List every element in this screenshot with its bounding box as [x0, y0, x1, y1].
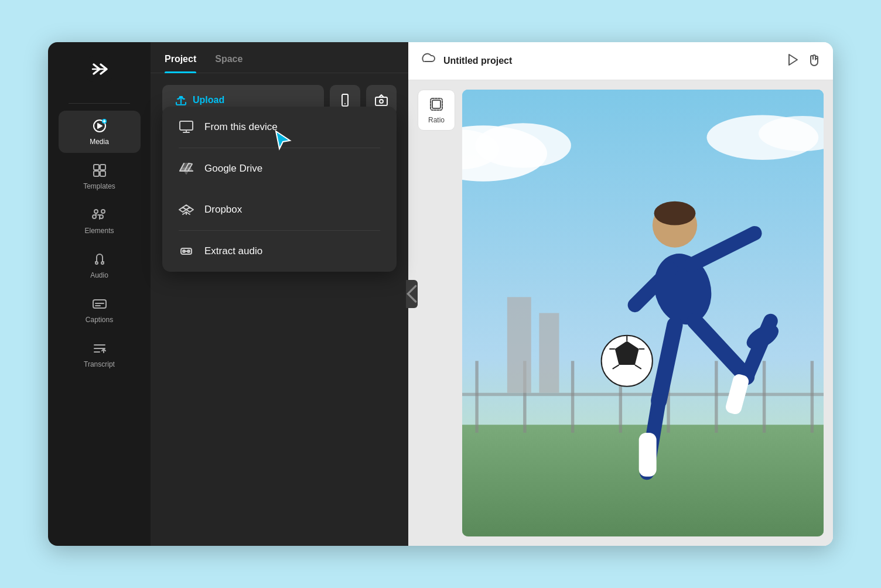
dropdown-item-extract-audio[interactable]: Extract audio: [162, 231, 397, 272]
sidebar-item-templates[interactable]: Templates: [59, 155, 141, 197]
panel-collapse-button[interactable]: [406, 280, 418, 308]
svg-rect-40: [475, 361, 478, 433]
sidebar-item-audio[interactable]: Audio: [59, 244, 141, 286]
sidebar-item-elements-label: Elements: [84, 227, 114, 235]
tab-project[interactable]: Project: [165, 54, 196, 73]
svg-rect-23: [180, 121, 193, 130]
svg-rect-47: [811, 361, 814, 433]
audio-extract-icon: [179, 244, 194, 259]
hand-button[interactable]: [807, 53, 821, 69]
play-icon: [786, 53, 800, 67]
sidebar-item-media-label: Media: [90, 138, 109, 146]
dropdown-item-google-drive[interactable]: Google Drive: [162, 148, 397, 189]
svg-point-22: [380, 100, 383, 103]
svg-rect-4: [100, 165, 105, 170]
sidebar-item-transcript-label: Transcript: [84, 360, 115, 368]
sidebar-item-templates-label: Templates: [83, 182, 115, 190]
app-logo[interactable]: [87, 56, 112, 84]
audio-icon: [91, 251, 108, 268]
sidebar-item-audio-label: Audio: [90, 271, 108, 279]
dropdown-item-dropbox[interactable]: Dropbox: [162, 189, 397, 230]
dropdown-item-from-device[interactable]: From this device: [162, 107, 397, 148]
chevron-left-icon: [406, 284, 418, 303]
ratio-icon: [428, 96, 445, 112]
play-button[interactable]: [786, 53, 800, 69]
captions-icon: [91, 296, 108, 312]
dropbox-icon: [179, 202, 194, 217]
ratio-button[interactable]: Ratio: [418, 90, 455, 131]
elements-icon: [91, 207, 108, 223]
svg-rect-5: [94, 171, 99, 176]
hand-icon: [807, 53, 821, 67]
media-icon: [91, 118, 108, 134]
panel-tabs: Project Space: [151, 42, 408, 73]
sidebar-item-elements[interactable]: Elements: [59, 200, 141, 242]
svg-rect-61: [639, 433, 657, 477]
preview-header: Untitled project: [408, 42, 833, 80]
soccer-player-scene: [462, 90, 824, 536]
sidebar-item-captions[interactable]: Captions: [59, 289, 141, 331]
sidebar-item-captions-label: Captions: [86, 316, 113, 324]
svg-rect-45: [715, 361, 718, 433]
google-drive-icon: [179, 161, 194, 176]
sidebar: Media Templates Elements: [48, 42, 151, 546]
upload-dropdown: From this device Google Drive: [162, 107, 397, 272]
svg-rect-21: [375, 97, 387, 105]
svg-point-52: [654, 201, 696, 225]
tab-space[interactable]: Space: [215, 54, 243, 73]
preview-body: Ratio: [408, 80, 833, 546]
svg-marker-27: [789, 54, 797, 65]
svg-point-8: [101, 210, 105, 213]
svg-rect-37: [462, 393, 824, 396]
svg-rect-6: [100, 171, 105, 176]
sidebar-divider: [69, 103, 130, 104]
cloud-icon: [420, 52, 436, 68]
svg-rect-42: [571, 361, 574, 433]
preview-image: [462, 90, 824, 536]
svg-rect-71: [539, 313, 559, 393]
svg-rect-29: [432, 100, 440, 108]
svg-rect-3: [94, 165, 99, 170]
ratio-label: Ratio: [428, 116, 445, 124]
camera-icon: [374, 93, 388, 107]
panel: Project Space Upload: [151, 42, 408, 546]
cloud-save-button[interactable]: [420, 52, 436, 70]
svg-rect-70: [507, 297, 531, 393]
sidebar-item-media[interactable]: Media: [59, 111, 141, 153]
project-title: Untitled project: [443, 56, 779, 66]
sidebar-item-transcript[interactable]: Transcript: [59, 333, 141, 375]
svg-rect-46: [763, 361, 766, 433]
preview-area: Untitled project Ratio: [408, 42, 833, 546]
phone-icon: [338, 93, 352, 107]
monitor-icon: [179, 119, 194, 135]
cloud-upload-icon: [174, 93, 188, 107]
transcript-icon: [91, 340, 108, 357]
templates-icon: [91, 162, 108, 179]
